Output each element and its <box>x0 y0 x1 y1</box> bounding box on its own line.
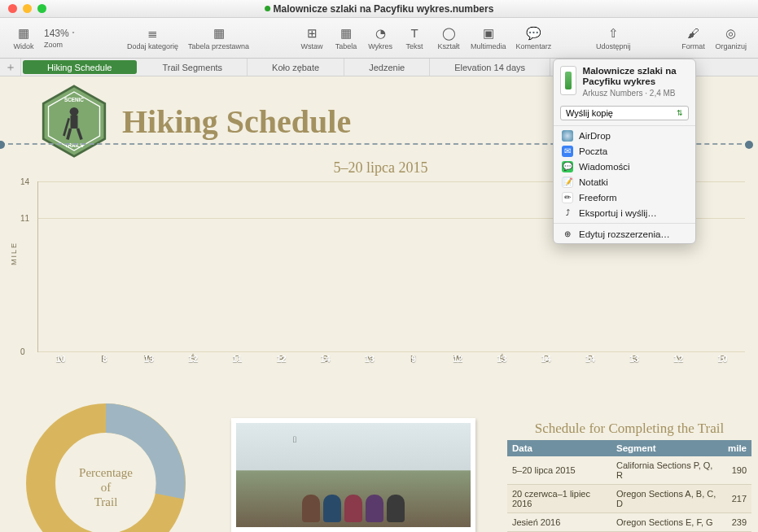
media-button[interactable]: ▣Multimedia <box>466 18 511 58</box>
organize-icon: ◎ <box>725 26 736 41</box>
toolbar: ▦Widok 143% ˅Zoom ≣Dodaj kategorię ▦Tabe… <box>0 18 758 59</box>
airdrop-icon <box>562 130 573 142</box>
category-icon: ≣ <box>147 26 158 41</box>
shape-button[interactable]: ◯Kształt <box>432 18 466 58</box>
pie-chart[interactable]: Percentage of Trail <box>24 402 187 532</box>
svg-point-0 <box>70 107 79 116</box>
schedule-table[interactable]: Data Segment mile 5–20 lipca 2015Califor… <box>507 440 751 532</box>
table-icon: ▦ <box>340 26 352 41</box>
view-icon: ▦ <box>18 26 29 41</box>
export-icon: ⤴ <box>562 207 573 219</box>
title-bar: Malownicze szlaki na Pacyfiku wykres.num… <box>0 0 758 18</box>
view-button[interactable]: ▦Widok <box>7 18 41 58</box>
share-messages[interactable]: 💬Wiadomości <box>554 159 695 174</box>
send-copy-select[interactable]: Wyślij kopię ⇅ <box>560 106 689 120</box>
svg-text:SCENIC: SCENIC <box>64 97 84 102</box>
share-mail[interactable]: ✉Poczta <box>554 143 695 159</box>
table-button[interactable]: ▦Tabela <box>329 18 363 58</box>
bird-icon: 𓅯 <box>293 434 296 444</box>
format-button[interactable]: 🖌Format <box>676 18 710 58</box>
y-axis-label: MILE <box>10 242 18 265</box>
pie-label: Percentage of Trail <box>24 465 187 509</box>
numbers-file-icon <box>560 66 576 95</box>
tab-hiking-schedule[interactable]: Hiking Schedule <box>23 60 137 74</box>
extensions-icon: ⊕ <box>562 229 573 240</box>
chart-button[interactable]: ◔Wykres <box>363 18 397 58</box>
organize-button[interactable]: ◎Organizuj <box>710 18 751 58</box>
table-row[interactable]: 20 czerwca–1 lipiec 2016Oregon Sections … <box>507 485 751 513</box>
table-title: Schedule for Completing the Trail <box>507 421 751 437</box>
col-data[interactable]: Data <box>507 440 611 456</box>
mail-icon: ✉ <box>562 146 573 157</box>
share-options-list: AirDrop ✉Poczta 💬Wiadomości 📝Notatki ✏Fr… <box>554 125 695 243</box>
minimize-icon[interactable] <box>23 4 32 13</box>
comment-icon: 💬 <box>526 26 541 41</box>
share-icon: ⇧ <box>608 26 619 41</box>
photo-frame[interactable]: 𓅯 <box>231 418 475 532</box>
share-freeform[interactable]: ✏Freeform <box>554 190 695 205</box>
comment-button[interactable]: 💬Komentarz <box>511 18 557 58</box>
chart-icon: ◔ <box>375 26 386 41</box>
format-icon: 🖌 <box>687 26 699 41</box>
table-row[interactable]: Jesień 2016Oregon Sections E, F, G239 <box>507 513 751 532</box>
popover-subtitle: Arkusz Numbers · 2,4 MB <box>583 89 689 98</box>
media-icon: ▣ <box>483 26 494 41</box>
fullscreen-icon[interactable] <box>37 4 46 13</box>
share-notes[interactable]: 📝Notatki <box>554 174 695 190</box>
tab-kolo-zebate[interactable]: Koło zębate <box>248 59 344 76</box>
zoom-control[interactable]: 143% ˅Zoom <box>41 18 90 58</box>
tab-elevation[interactable]: Elevation 14 days <box>430 59 550 76</box>
svg-rect-1 <box>71 116 78 129</box>
window-controls <box>0 4 46 13</box>
share-airdrop[interactable]: AirDrop <box>554 128 695 143</box>
add-category-button[interactable]: ≣Dodaj kategorię <box>122 18 183 58</box>
schedule-table-block: Schedule for Completing the Trail Data S… <box>507 421 751 532</box>
page-title: Hiking Schedule <box>122 102 351 141</box>
share-edit-extensions[interactable]: ⊕Edytuj rozszerzenia… <box>554 226 695 242</box>
selection-handle[interactable] <box>745 141 753 149</box>
shape-icon: ◯ <box>442 26 456 41</box>
window-title-text: Malownicze szlaki na Pacyfiku wykres.num… <box>274 3 494 15</box>
text-icon: T <box>411 26 418 41</box>
share-export[interactable]: ⤴Eksportuj i wyślij… <box>554 205 695 220</box>
col-segment[interactable]: Segment <box>611 440 723 456</box>
pivot-icon: ▦ <box>213 26 225 41</box>
window-title: Malownicze szlaki na Pacyfiku wykres.num… <box>265 3 494 15</box>
insert-button[interactable]: ⊞Wstaw <box>295 18 329 58</box>
selection-handle[interactable] <box>0 141 5 149</box>
text-button[interactable]: TTekst <box>397 18 432 58</box>
tab-jedzenie[interactable]: Jedzenie <box>344 59 430 76</box>
freeform-icon: ✏ <box>562 192 573 203</box>
document-header: SCENIC TRAILS Hiking Schedule <box>37 85 351 158</box>
chevron-updown-icon: ⇅ <box>677 109 683 117</box>
pivot-table-button[interactable]: ▦Tabela przestawna <box>183 18 254 58</box>
popover-header: Malownicze szlaki na Pacyfiku wykres Ark… <box>554 59 695 104</box>
insert-icon: ⊞ <box>307 26 318 41</box>
logo-badge: SCENIC TRAILS <box>37 85 111 158</box>
photo-image: 𓅯 <box>236 423 471 527</box>
share-popover: Malownicze szlaki na Pacyfiku wykres Ark… <box>553 59 696 244</box>
table-row[interactable]: 5–20 lipca 2015California Sections P, Q,… <box>507 456 751 485</box>
tab-trail-segments[interactable]: Trail Segments <box>138 59 248 76</box>
col-mile[interactable]: mile <box>723 440 751 456</box>
popover-title: Malownicze szlaki na Pacyfiku wykres <box>583 66 689 87</box>
notes-icon: 📝 <box>562 177 573 188</box>
numbers-doc-icon <box>265 6 270 11</box>
messages-icon: 💬 <box>562 161 573 172</box>
share-button[interactable]: ⇧Udostępnij <box>591 18 636 58</box>
add-sheet-button[interactable]: ＋ <box>0 59 21 76</box>
close-icon[interactable] <box>8 4 17 13</box>
